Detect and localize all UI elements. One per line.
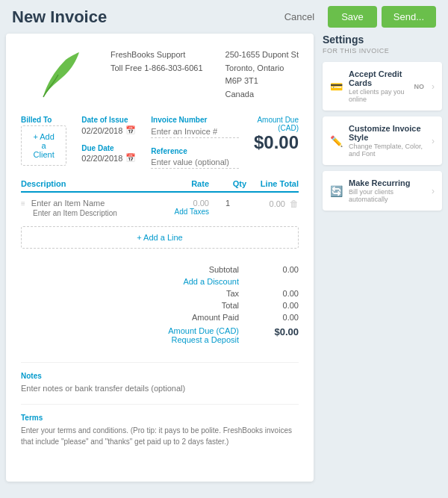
due-date-value: 02/20/2018 [81,154,122,163]
invoice-number-col: Invoice Number Reference [151,116,239,169]
terms-section: Terms [21,404,299,461]
item-desc: ≡ [21,199,149,217]
tax-label: Tax [164,289,239,298]
qty-header: Qty [209,179,246,188]
date-of-issue-field[interactable]: 02/20/2018 📅 [81,125,136,135]
address-line1: 250-1655 Dupont St [225,49,299,62]
tax-row: Tax 0.00 [21,287,299,299]
settings-credit-badge: NO [414,83,425,90]
settings-item-recurring[interactable]: 🔄 Make Recurring Bill your clients autom… [323,171,442,211]
billed-row: Billed To + Add a Client Date of Issue 0… [21,116,299,169]
notes-input[interactable] [21,384,299,393]
total-row: Total 0.00 [21,299,299,311]
date-of-issue-value: 02/20/2018 [81,126,122,135]
request-deposit-link[interactable]: Request a Deposit [164,335,239,344]
settings-subtitle: FOR THIS INVOICE [323,47,442,55]
recurring-icon: 🔄 [330,185,343,197]
settings-recurring-desc: Bill your clients automatically [349,188,426,203]
settings-recurring-title: Make Recurring [349,178,426,187]
main-layout: FreshBooks Support Toll Free 1-866-303-6… [0,34,448,488]
reference-input[interactable] [151,156,239,169]
discount-row: Add a Discount [21,276,299,287]
settings-item-credit-cards[interactable]: 💳 Accept Credit Cards Let clients pay yo… [323,62,442,111]
item-total: 0.00 🗑 [246,199,299,209]
due-date-label: Due Date [81,144,113,152]
total-label: Total [164,301,239,310]
address-info: 250-1655 Dupont St Toronto, Ontario M6P … [225,49,299,101]
items-header: Description Rate Qty Line Total [21,179,299,193]
settings-customize-desc: Change Template, Color, and Font [349,143,426,158]
amount-due-value: $0.00 [254,132,299,153]
invoice-number-label: Invoice Number [151,116,239,124]
tax-value: 0.00 [261,289,299,298]
company-info: FreshBooks Support Toll Free 1-866-303-6… [111,49,203,101]
settings-title: Settings [323,34,442,46]
calendar-icon-issue: 📅 [125,125,136,135]
invoice-header: FreshBooks Support Toll Free 1-866-303-6… [21,49,299,101]
cancel-button[interactable]: Cancel [277,7,322,27]
item-qty-value: 1 [225,199,230,208]
page-title: New Invoice [12,7,277,27]
item-qty: 1 [209,199,246,208]
amount-due-label: Amount Due (CAD) [254,116,299,132]
settings-item-content-recurring: Make Recurring Bill your clients automat… [349,178,426,203]
subtotal-row: Subtotal 0.00 [21,264,299,276]
total-value: 0.00 [261,301,299,310]
items-table: Description Rate Qty Line Total ≡ 0.00 A… [21,179,299,249]
item-total-value: 0.00 [270,199,285,208]
rate-header: Rate [149,179,209,188]
terms-input[interactable] [21,425,299,458]
line-item: ≡ 0.00 Add Taxes 1 0.00 🗑 [21,196,299,220]
address-line4: Canada [225,88,299,102]
terms-label: Terms [21,414,299,422]
billed-to-label: Billed To [21,116,66,124]
item-rate: 0.00 Add Taxes [149,199,209,216]
date-of-issue-col: Date of Issue 02/20/2018 📅 Due Date 02/2… [81,116,136,163]
add-client-button[interactable]: + Add a Client [21,125,66,166]
settings-item-content-credit: Accept Credit Cards Let clients pay you … [349,69,408,103]
reference-label: Reference [151,147,187,155]
item-rate-value: 0.00 [149,199,209,208]
chevron-right-icon-recurring: › [432,186,435,196]
settings-item-customize[interactable]: ✏️ Customize Invoice Style Change Templa… [323,116,442,165]
amount-due-final-row: Amount Due (CAD) Request a Deposit $0.00 [21,323,299,347]
settings-credit-title: Accept Credit Cards [349,69,408,87]
leaf-icon [36,49,81,101]
subtotal-label: Subtotal [164,265,239,274]
drag-handle-icon: ≡ [21,199,25,208]
add-discount-link[interactable]: Add a Discount [164,277,239,286]
totals-section: Subtotal 0.00 Add a Discount Tax 0.00 To… [21,258,299,347]
billed-to-col: Billed To + Add a Client [21,116,66,166]
add-taxes-link[interactable]: Add Taxes [149,208,209,216]
settings-customize-title: Customize Invoice Style [349,124,426,142]
invoice-panel: FreshBooks Support Toll Free 1-866-303-6… [6,34,314,482]
amount-due-section: Amount Due (CAD) $0.00 [254,116,299,153]
line-total-header: Line Total [246,179,299,188]
amount-paid-label: Amount Paid [164,313,239,322]
item-name-input[interactable] [31,199,149,208]
item-desc-input[interactable] [33,209,161,217]
send-button[interactable]: Send... [382,6,436,28]
company-name: FreshBooks Support [111,49,203,62]
settings-panel: Settings FOR THIS INVOICE 💳 Accept Credi… [323,34,442,482]
settings-credit-desc: Let clients pay you online [349,88,408,103]
delete-line-icon[interactable]: 🗑 [290,199,299,209]
amount-due-final-label[interactable]: Amount Due (CAD) [164,326,239,335]
invoice-number-input[interactable] [151,125,239,138]
notes-section: Notes [21,362,299,393]
subtotal-value: 0.00 [261,265,299,274]
company-phone: Toll Free 1-866-303-6061 [111,62,203,75]
company-info-block: FreshBooks Support Toll Free 1-866-303-6… [111,49,299,101]
calendar-icon-due: 📅 [125,153,136,163]
chevron-right-icon-customize: › [432,136,435,146]
top-bar: New Invoice Cancel Save Send... [0,0,448,34]
add-line-button[interactable]: + Add a Line [21,226,299,249]
address-line2: Toronto, Ontario [225,62,299,75]
notes-label: Notes [21,372,299,380]
due-date-field[interactable]: 02/20/2018 📅 [81,153,136,163]
credit-card-icon: 💳 [330,81,343,93]
amount-due-final-value: $0.00 [261,326,299,344]
amount-paid-value: 0.00 [261,313,299,322]
address-line3: M6P 3T1 [225,75,299,88]
save-button[interactable]: Save [328,6,377,28]
